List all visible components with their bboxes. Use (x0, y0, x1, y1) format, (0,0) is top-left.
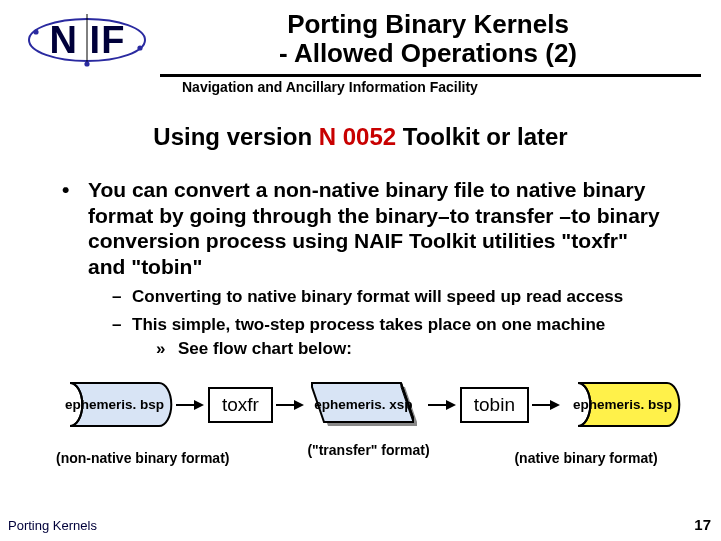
arrow-icon (428, 398, 456, 412)
bullet-text: Converting to native binary format will … (132, 287, 623, 307)
file-shape: ephemeris. bsp (56, 381, 173, 428)
arrow-icon (276, 398, 304, 412)
slide: N IF Porting Binary Kernels - Allowed Op… (0, 0, 721, 541)
svg-marker-10 (446, 400, 456, 410)
caption-right: (native binary format) (491, 450, 681, 466)
subtitle: Navigation and Ancillary Information Fac… (182, 79, 701, 95)
file-label: ephemeris. bsp (56, 381, 173, 428)
page-number: 17 (694, 516, 711, 533)
title-line-2: - Allowed Operations (2) (155, 39, 701, 68)
bullet-marker: • (62, 177, 88, 279)
headline-prefix: Using version (153, 123, 318, 150)
dash-marker: – (112, 287, 132, 307)
raquo-marker: » (156, 339, 178, 359)
arrow-icon (532, 398, 560, 412)
file-shape: ephemeris. bsp (564, 381, 681, 428)
title-rule (160, 74, 701, 77)
bullet-level-2: – Converting to native binary format wil… (112, 287, 671, 307)
logo-text: N IF (20, 10, 155, 70)
utility-box-tobin: tobin (460, 387, 529, 423)
utility-box-toxfr: toxfr (208, 387, 273, 423)
bullet-level-3: » See flow chart below: (156, 339, 671, 359)
header: N IF Porting Binary Kernels - Allowed Op… (20, 8, 701, 70)
dash-marker: – (112, 315, 132, 335)
flow-node-output: ephemeris. bsp (564, 381, 681, 428)
bullet-level-1: • You can convert a non-native binary fi… (62, 177, 671, 279)
headline-version: N 0052 (319, 123, 396, 150)
flow-node-transfer: ephemeris. xsp (308, 381, 425, 428)
caption-mid: ("transfer" format) (246, 442, 491, 458)
svg-marker-6 (194, 400, 204, 410)
bullet-list: • You can convert a non-native binary fi… (62, 177, 671, 359)
bullet-text: This simple, two-step process takes plac… (132, 315, 605, 335)
bullet-text: See flow chart below: (178, 339, 352, 359)
slide-title: Porting Binary Kernels - Allowed Operati… (155, 8, 701, 67)
flow-captions: (non-native binary format) ("transfer" f… (56, 438, 681, 466)
flow-chart: ephemeris. bsp toxfr ephemeris. xsp (56, 381, 681, 428)
title-line-1: Porting Binary Kernels (155, 10, 701, 39)
headline-suffix: Toolkit or later (396, 123, 568, 150)
flow-node-input: ephemeris. bsp (56, 381, 173, 428)
bullet-text: You can convert a non-native binary file… (88, 177, 671, 279)
headline: Using version N 0052 Toolkit or later (20, 123, 701, 151)
arrow-icon (176, 398, 204, 412)
naif-logo: N IF (20, 10, 155, 70)
footer-left: Porting Kernels (8, 518, 97, 533)
bullet-level-2: – This simple, two-step process takes pl… (112, 315, 671, 335)
file-shape: ephemeris. xsp (308, 381, 425, 428)
file-label: ephemeris. bsp (564, 381, 681, 428)
file-label: ephemeris. xsp (302, 381, 425, 428)
caption-left: (non-native binary format) (56, 450, 246, 466)
svg-marker-12 (550, 400, 560, 410)
